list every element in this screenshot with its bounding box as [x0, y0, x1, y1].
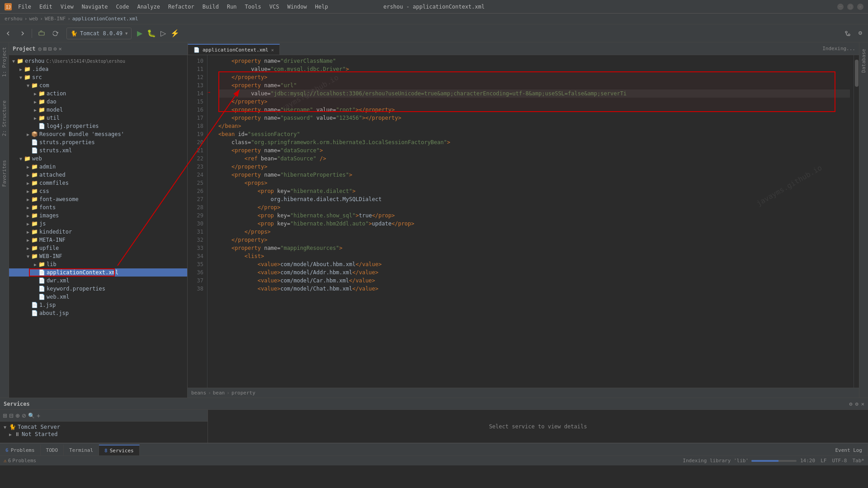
tree-item-css[interactable]: ▶ 📁 css	[9, 187, 187, 195]
profile-button[interactable]: ⚡	[169, 28, 181, 38]
bc-property[interactable]: property	[231, 390, 255, 396]
menu-analyze[interactable]: Analyze	[133, 3, 164, 11]
menu-run[interactable]: Run	[223, 3, 241, 11]
tab-problems[interactable]: 6 Problems	[0, 445, 41, 455]
tree-item-fonts[interactable]: ▶ 📁 fonts	[9, 203, 187, 211]
tree-item-images[interactable]: ▶ 📁 images	[9, 211, 187, 220]
debug-button[interactable]: 🐛	[145, 28, 158, 38]
problems-status[interactable]: ⚠ 6 Problems	[4, 458, 36, 464]
tree-item-idea[interactable]: ▶ 📁 .idea	[9, 65, 187, 73]
tree-item-lib[interactable]: ▶ 📁 lib	[9, 260, 187, 268]
tree-item-admin[interactable]: ▶ 📁 admin	[9, 163, 187, 171]
tree-item-resource-bundle[interactable]: ▶ 📦 Resource Bundle 'messages'	[9, 130, 187, 138]
menu-view[interactable]: View	[57, 3, 77, 11]
tab-close-button[interactable]: ✕	[271, 47, 274, 52]
services-filter[interactable]: ⊘	[22, 413, 26, 419]
run-button[interactable]: ▶	[135, 28, 144, 38]
tab-todo[interactable]: TODO	[41, 445, 64, 455]
hide-icon[interactable]: ✕	[59, 46, 62, 52]
tree-item-log4j[interactable]: 📄 log4j.properties	[9, 122, 187, 130]
services-tree-tomcat[interactable]: ▼ 🐈 Tomcat Server	[0, 423, 208, 431]
tab-terminal[interactable]: Terminal	[64, 445, 99, 455]
services-settings-icon[interactable]: ⚙	[849, 401, 852, 407]
tree-item-src[interactable]: ▼ 📁 src	[9, 73, 187, 81]
run-config-selector[interactable]: 🐈 Tomcat 8.0.49 ▼	[66, 28, 132, 39]
maximize-button[interactable]: □	[847, 4, 854, 10]
bc-bean[interactable]: bean	[213, 390, 225, 396]
tree-item-meta-inf[interactable]: ▶ 📁 META-INF	[9, 236, 187, 244]
coverage-button[interactable]: ▷	[159, 28, 168, 38]
services-add[interactable]: +	[37, 412, 40, 419]
menu-help[interactable]: Help	[311, 3, 332, 11]
settings-button[interactable]: ⚙	[855, 29, 865, 38]
tree-item-font-awesome[interactable]: ▶ 📁 font-awesome	[9, 195, 187, 203]
tree-item-webinf[interactable]: ▼ 📁 WEB-INF	[9, 252, 187, 260]
tree-item-1jsp[interactable]: 📄 1.jsp	[9, 301, 187, 309]
git-button[interactable]	[842, 29, 854, 38]
toolbar-sync-button[interactable]	[49, 29, 61, 38]
tree-item-root[interactable]: ▼ 📁 ershou C:\Users\51414\Desktop\ershou	[9, 57, 187, 65]
tab-services[interactable]: 8 Services	[99, 445, 140, 455]
tree-item-attached[interactable]: ▶ 📁 attached	[9, 171, 187, 179]
status-time[interactable]: 14:20	[800, 458, 815, 464]
editor-scrollbar[interactable]	[854, 55, 859, 388]
tree-item-action[interactable]: ▶ 📁 action	[9, 89, 187, 98]
minimize-button[interactable]: ─	[837, 4, 844, 10]
code-editor[interactable]: 1011121314 1516171819 2021222324 2526272…	[188, 55, 859, 388]
toolbar-build-button[interactable]	[36, 29, 47, 38]
bc-beans[interactable]: beans	[191, 390, 206, 396]
services-hide-icon[interactable]: ✕	[861, 401, 864, 407]
project-panel-toggle[interactable]: 1: Project	[0, 44, 8, 80]
menu-code[interactable]: Code	[113, 3, 133, 11]
structure-panel-toggle[interactable]: 2: Structure	[0, 98, 8, 139]
status-encoding[interactable]: UTF-8	[832, 458, 847, 464]
menu-edit[interactable]: Edit	[36, 3, 56, 11]
status-linecol[interactable]: LF	[821, 458, 826, 464]
collapse-all-icon[interactable]: ⊟	[48, 46, 52, 52]
tree-item-aboutjsp[interactable]: 📄 about.jsp	[9, 309, 187, 317]
settings-icon[interactable]: ⚙	[53, 46, 57, 52]
tree-item-util[interactable]: ▶ 📁 util	[9, 114, 187, 122]
database-label[interactable]: Database	[860, 46, 868, 75]
services-collapse-all[interactable]: ⊟	[9, 413, 14, 419]
menu-navigate[interactable]: Navigate	[78, 3, 112, 11]
tree-item-keyword[interactable]: 📄 keyword.properties	[9, 285, 187, 293]
services-group[interactable]: ⊕	[15, 413, 20, 419]
toolbar-forward-button[interactable]	[16, 29, 28, 38]
breadcrumb-webinf[interactable]: WEB-INF	[45, 16, 66, 22]
locate-icon[interactable]: ◎	[38, 46, 42, 52]
menu-window[interactable]: Window	[283, 3, 310, 11]
expand-all-icon[interactable]: ⊞	[43, 46, 47, 52]
menu-vcs[interactable]: VCS	[266, 3, 283, 11]
tab-event-log[interactable]: Event Log	[830, 445, 868, 455]
services-config-icon[interactable]: ⚙	[855, 401, 859, 407]
status-indent[interactable]: Tab*	[853, 458, 865, 464]
menu-build[interactable]: Build	[199, 3, 222, 11]
breadcrumb-ershou[interactable]: ershou	[5, 16, 23, 22]
menu-tools[interactable]: Tools	[241, 3, 265, 11]
tree-item-commfiles[interactable]: ▶ 📁 commfiles	[9, 179, 187, 187]
menu-file[interactable]: File	[14, 3, 35, 11]
services-search[interactable]: 🔍	[28, 413, 35, 419]
tree-item-kindeditor[interactable]: ▶ 📁 kindeditor	[9, 228, 187, 236]
tree-item-applicationcontext[interactable]: 📄 applicationContext.xml	[9, 268, 187, 277]
tree-item-dwr[interactable]: 📄 dwr.xml	[9, 277, 187, 285]
services-expand-all[interactable]: ⊞	[3, 413, 7, 419]
favorites-panel-toggle[interactable]: Favorites	[0, 157, 8, 190]
tree-item-model[interactable]: ▶ 📁 model	[9, 106, 187, 114]
editor-tab-active[interactable]: 📄 applicationContext.xml ✕	[188, 44, 280, 55]
tree-item-struts-props[interactable]: 📄 struts.properties	[9, 138, 187, 146]
breadcrumb-web[interactable]: web	[29, 16, 38, 22]
toolbar-back-button[interactable]	[3, 29, 14, 38]
tree-item-upfile[interactable]: ▶ 📁 upfile	[9, 244, 187, 252]
services-tree-nostart[interactable]: ▶ ⏸ Not Started	[0, 431, 208, 438]
tree-item-js[interactable]: ▶ 📁 js	[9, 220, 187, 228]
tree-item-webxml[interactable]: 📄 web.xml	[9, 293, 187, 301]
tree-item-struts-xml[interactable]: 📄 struts.xml	[9, 146, 187, 155]
menu-refactor[interactable]: Refactor	[165, 3, 198, 11]
code-content[interactable]: javayms.github.io javayms.github.io <pro…	[215, 55, 854, 388]
breadcrumb-file[interactable]: applicationContext.xml	[72, 16, 138, 22]
tree-item-dao[interactable]: ▶ 📁 dao	[9, 98, 187, 106]
close-button[interactable]: ✕	[857, 4, 863, 10]
tree-item-com[interactable]: ▼ 📁 com	[9, 81, 187, 89]
